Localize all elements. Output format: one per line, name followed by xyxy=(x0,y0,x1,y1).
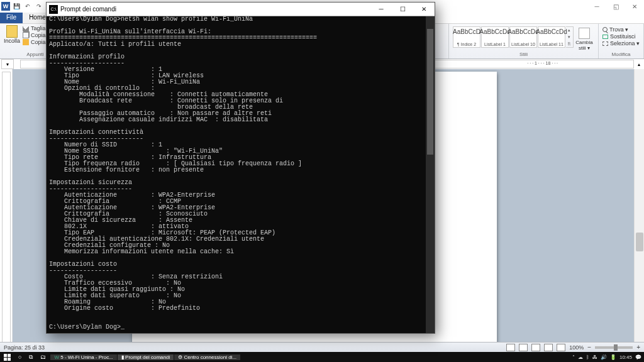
start-button[interactable] xyxy=(0,352,14,362)
cmd-title-text: Prompt dei comandi xyxy=(60,6,370,13)
ruler-marks: · · · 1 · · · 18 · · · xyxy=(527,61,558,65)
taskbar-item-word[interactable]: W 5 - Wi-Fi Unina - Proc... xyxy=(50,354,116,360)
zoom-level[interactable]: 100% xyxy=(569,344,584,351)
cmd-close-button[interactable]: ✕ xyxy=(413,3,435,16)
word-minimize-button[interactable]: ─ xyxy=(587,0,606,13)
zoom-in-button[interactable]: + xyxy=(636,344,640,351)
change-styles-button[interactable]: Cambia stili ▾ xyxy=(574,26,594,51)
task-view-button[interactable]: ⧉ xyxy=(25,352,36,362)
zoom-out-button[interactable]: − xyxy=(587,344,591,351)
cmd-icon: C:\ xyxy=(49,5,58,14)
view-print-layout[interactable] xyxy=(506,344,515,351)
cmd-window: C:\ Prompt dei comandi ─ ☐ ✕ C:\Users\Dy… xyxy=(46,2,435,334)
select-button[interactable]: Seleziona ▾ xyxy=(602,40,640,47)
view-outline[interactable] xyxy=(544,344,553,351)
scroll-up-button[interactable]: ▴ xyxy=(634,62,644,67)
vertical-ruler[interactable] xyxy=(0,69,13,342)
word-status-bar: Pagina: 25 di 33 100% − + xyxy=(0,342,644,352)
tray-clock[interactable]: 10:45 xyxy=(619,354,632,360)
word-restore-button[interactable]: ◱ xyxy=(606,0,625,13)
brush-icon xyxy=(23,39,29,45)
word-app-icon: W xyxy=(1,2,10,11)
paste-button[interactable]: Incolla xyxy=(4,25,20,44)
windows-taskbar: ○ ⧉ 🗂 W 5 - Wi-Fi Unina - Proc... ▮ Prom… xyxy=(0,352,644,362)
find-button[interactable]: Trova ▾ xyxy=(602,26,640,33)
cut-label: Taglia xyxy=(31,25,46,31)
paste-icon xyxy=(6,25,18,38)
taskbar-item-network[interactable]: ⚙ Centro connessioni di... xyxy=(174,354,240,360)
styles-group-label: Stili xyxy=(449,52,598,57)
scrollbar-thumb[interactable] xyxy=(636,233,643,251)
select-icon xyxy=(602,41,608,46)
cmd-output: C:\Users\Dylan Dog>netsh wlan show profi… xyxy=(49,16,426,331)
vertical-scrollbar[interactable] xyxy=(634,69,644,342)
cmd-scrollbar[interactable] xyxy=(426,16,435,333)
windows-logo-icon xyxy=(4,354,11,361)
tray-bluetooth-icon[interactable]: ᛒ xyxy=(586,354,589,360)
search-icon xyxy=(602,27,608,32)
replace-button[interactable]: Sostituisci xyxy=(602,33,640,40)
cmd-title-bar[interactable]: C:\ Prompt dei comandi ─ ☐ ✕ xyxy=(47,3,435,16)
style-item[interactable]: AaBbCcD¶ Indice 2 xyxy=(453,26,480,48)
cmd-body[interactable]: C:\Users\Dylan Dog>netsh wlan show profi… xyxy=(47,16,435,333)
style-gallery[interactable]: AaBbCcD¶ Indice 2 AaBbCcDdListLabel 1 Aa… xyxy=(453,25,594,49)
style-gallery-more[interactable]: ▴▾⎘ xyxy=(566,26,574,48)
group-styles: AaBbCcD¶ Indice 2 AaBbCcDdListLabel 1 Aa… xyxy=(449,24,599,58)
zoom-slider[interactable] xyxy=(595,346,633,349)
editing-group-label: Modifica xyxy=(599,52,643,57)
save-icon[interactable]: 💾 xyxy=(11,1,21,11)
view-draft[interactable] xyxy=(557,344,565,351)
tab-file[interactable]: File xyxy=(0,13,23,23)
replace-icon xyxy=(602,35,608,39)
redo-icon[interactable]: ↷ xyxy=(34,1,44,11)
tray-onedrive-icon[interactable]: ☁ xyxy=(578,354,583,360)
tray-notifications-icon[interactable]: 💬 xyxy=(635,354,641,360)
copy-label: Copia xyxy=(31,32,46,38)
find-label: Trova ▾ xyxy=(609,26,628,33)
copy-icon xyxy=(23,32,29,38)
style-item[interactable]: AaBbCcDdListLabel 11 xyxy=(538,26,565,48)
tray-battery-icon[interactable]: 🔋 xyxy=(610,354,616,360)
select-label: Seleziona ▾ xyxy=(610,40,640,47)
paste-label: Incolla xyxy=(4,38,20,44)
group-editing: Trova ▾ Sostituisci Seleziona ▾ Modifica xyxy=(599,24,644,58)
change-styles-label: Cambia stili ▾ xyxy=(574,40,594,51)
tray-network-icon[interactable]: 🖧 xyxy=(592,354,597,360)
cmd-scrollbar-thumb[interactable] xyxy=(427,29,433,155)
view-full-screen[interactable] xyxy=(519,344,528,351)
cmd-maximize-button[interactable]: ☐ xyxy=(392,3,413,16)
style-item[interactable]: AaBbCcDdListLabel 10 xyxy=(509,26,537,48)
replace-label: Sostituisci xyxy=(610,33,636,40)
view-web-layout[interactable] xyxy=(531,344,540,351)
tray-up-icon[interactable]: ˄ xyxy=(572,354,575,360)
change-styles-icon xyxy=(579,28,590,39)
system-tray: ˄ ☁ ᛒ 🖧 🔊 🔋 10:45 💬 xyxy=(572,354,644,360)
cut-icon xyxy=(23,25,29,31)
file-explorer-pinned[interactable]: 🗂 xyxy=(36,352,50,362)
cortana-button[interactable]: ○ xyxy=(14,352,25,362)
ruler-corner[interactable]: ▾ xyxy=(1,59,14,69)
taskbar-item-cmd[interactable]: ▮ Prompt dei comandi xyxy=(118,354,174,360)
style-item[interactable]: AaBbCcDdListLabel 1 xyxy=(481,26,509,48)
cmd-minimize-button[interactable]: ─ xyxy=(370,3,392,16)
status-page[interactable]: Pagina: 25 di 33 xyxy=(4,344,45,351)
tray-volume-icon[interactable]: 🔊 xyxy=(601,354,607,360)
undo-icon[interactable]: ↶ xyxy=(23,1,33,11)
word-close-button[interactable]: ✕ xyxy=(625,0,644,13)
